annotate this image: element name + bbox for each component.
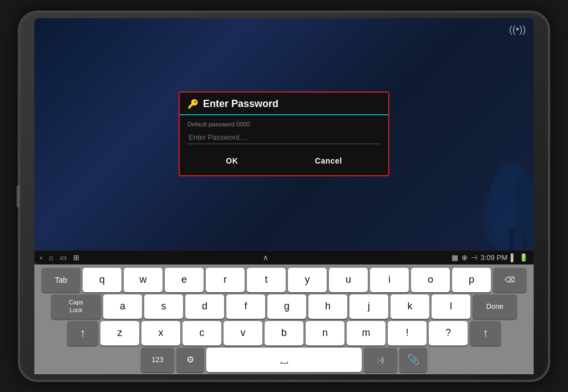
background-decoration: [423, 161, 534, 250]
cancel-button[interactable]: Cancel: [304, 154, 353, 167]
status-right-icons: ▦ ⊕ ⊣ 3:09 PM ▌ 🔋: [452, 253, 528, 262]
key-l[interactable]: l: [432, 294, 470, 319]
key-d[interactable]: d: [185, 294, 224, 319]
key-i[interactable]: i: [370, 268, 409, 292]
dialog-title-bar: 🔑 Enter Password: [180, 93, 388, 115]
password-dialog: 🔑 Enter Password Default password 0000 O…: [179, 91, 389, 176]
settings-key[interactable]: ⚙: [176, 348, 204, 372]
dialog-hint: Default password 0000: [187, 121, 381, 128]
done-key[interactable]: Done: [473, 294, 517, 319]
screen: ((•)) 🔑 Enter Password Default password …: [34, 18, 534, 264]
status-center-up[interactable]: ∧: [263, 253, 268, 262]
wifi-icon: ((•)): [509, 24, 526, 35]
key-p[interactable]: p: [452, 268, 491, 292]
back-nav-icon[interactable]: ‹: [40, 253, 42, 262]
key-h[interactable]: h: [308, 294, 347, 319]
backspace-key[interactable]: ⌫: [493, 268, 526, 292]
signal-icon: ▦: [452, 253, 458, 262]
key-r[interactable]: r: [206, 268, 245, 292]
svg-rect-4: [523, 233, 527, 250]
dialog-buttons: OK Cancel: [187, 152, 381, 167]
location-icon: ⊕: [462, 253, 468, 262]
caps-lock-key[interactable]: CapsLock: [51, 294, 101, 319]
key-b[interactable]: b: [265, 321, 303, 345]
password-input[interactable]: [187, 131, 381, 144]
time-display: 3:09 PM: [480, 253, 507, 262]
key-n[interactable]: n: [306, 321, 344, 345]
side-button[interactable]: [17, 185, 20, 207]
emoji-key[interactable]: :-): [364, 348, 397, 372]
shift-right-key[interactable]: ↑: [470, 321, 501, 345]
key-s[interactable]: s: [144, 294, 183, 319]
keyboard-row-4: 123 ⚙ ⎵ :-) 📎: [38, 348, 530, 372]
multi-nav-icon[interactable]: ⊞: [73, 253, 79, 262]
key-q[interactable]: q: [83, 268, 121, 292]
space-key[interactable]: ⎵: [206, 348, 362, 372]
svg-rect-3: [509, 228, 514, 250]
ok-button[interactable]: OK: [215, 154, 249, 167]
key-exclaim[interactable]: !: [388, 321, 427, 345]
keyboard: Tab q w e r t y u i o p ⌫ CapsLock a s d…: [34, 264, 534, 374]
dialog-body: Default password 0000 OK Cancel: [180, 115, 388, 175]
num-sym-key[interactable]: 123: [141, 348, 174, 372]
usb-icon: ⊣: [471, 253, 477, 262]
key-x[interactable]: x: [141, 321, 180, 345]
keyboard-row-1: Tab q w e r t y u i o p ⌫: [38, 268, 530, 292]
key-w[interactable]: w: [124, 268, 163, 292]
shift-left-key[interactable]: ↑: [67, 321, 98, 345]
key-g[interactable]: g: [267, 294, 306, 319]
key-y[interactable]: y: [288, 268, 327, 292]
recent-nav-icon[interactable]: ▭: [60, 253, 67, 262]
key-t[interactable]: t: [247, 268, 286, 292]
attach-key[interactable]: 📎: [399, 348, 427, 372]
tab-key[interactable]: Tab: [42, 268, 80, 292]
status-bar: ‹ ⌂ ▭ ⊞ ∧ ▦ ⊕ ⊣ 3:09 PM ▌ 🔋: [34, 250, 534, 264]
key-o[interactable]: o: [411, 268, 450, 292]
key-question[interactable]: ?: [429, 321, 468, 345]
key-c[interactable]: c: [182, 321, 221, 345]
key-a[interactable]: a: [103, 294, 142, 319]
signal-bars-icon: ▌: [511, 253, 516, 262]
key-j[interactable]: j: [349, 294, 388, 319]
key-icon: 🔑: [187, 99, 199, 109]
key-z[interactable]: z: [100, 321, 139, 345]
keyboard-row-2: CapsLock a s d f g h j k l Done: [38, 294, 530, 319]
tablet: ((•)) 🔑 Enter Password Default password …: [18, 11, 550, 382]
dialog-title: Enter Password: [203, 98, 278, 110]
keyboard-row-3: ↑ z x c v b n m ! ? ↑: [38, 321, 530, 345]
key-m[interactable]: m: [347, 321, 386, 345]
key-e[interactable]: e: [165, 268, 204, 292]
battery-icon: 🔋: [519, 253, 528, 262]
app-area: ((•)) 🔑 Enter Password Default password …: [34, 18, 534, 250]
key-u[interactable]: u: [329, 268, 368, 292]
home-nav-icon[interactable]: ⌂: [49, 253, 53, 262]
key-v[interactable]: v: [224, 321, 262, 345]
status-nav-left: ‹ ⌂ ▭ ⊞: [40, 253, 79, 262]
key-f[interactable]: f: [226, 294, 265, 319]
key-k[interactable]: k: [390, 294, 429, 319]
